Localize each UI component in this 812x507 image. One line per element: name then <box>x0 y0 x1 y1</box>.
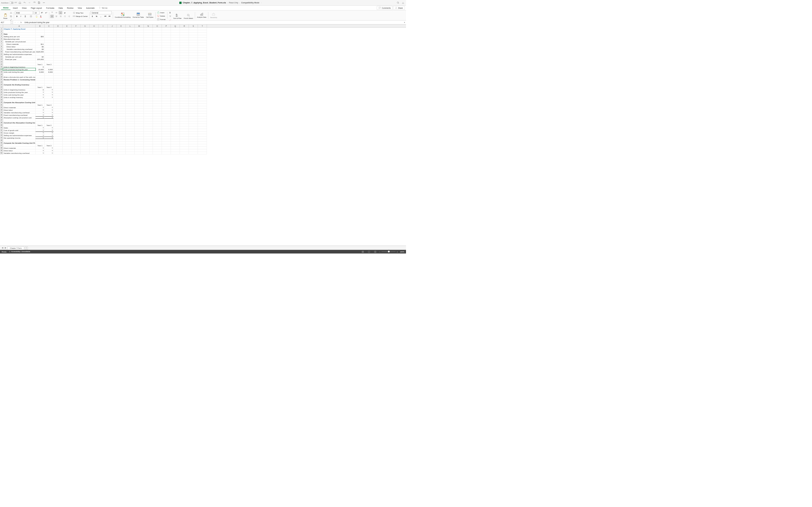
cell-E34[interactable] <box>63 111 71 114</box>
cell-F6[interactable] <box>71 40 81 43</box>
cell-A29[interactable] <box>3 99 36 101</box>
cell-I23[interactable] <box>99 83 108 86</box>
cell-A39[interactable] <box>3 124 36 126</box>
cell-D39[interactable] <box>54 124 63 126</box>
cell-D41[interactable] <box>54 129 63 131</box>
cell-E47[interactable] <box>63 144 71 147</box>
cell-D23[interactable] <box>54 83 63 86</box>
sheet-nav-next[interactable]: ▶ <box>4 247 7 249</box>
cell-N31[interactable] <box>144 104 153 106</box>
cell-R1[interactable] <box>180 27 189 30</box>
cell-T25[interactable] <box>198 89 207 91</box>
cell-F8[interactable] <box>71 45 81 48</box>
cell-D37[interactable] <box>54 119 63 121</box>
cell-C31[interactable]: Year 2 <box>45 104 54 106</box>
cell-M44[interactable] <box>135 136 144 139</box>
cell-G15[interactable] <box>81 63 90 65</box>
fill-color-button[interactable] <box>35 15 38 18</box>
cell-C4[interactable] <box>45 35 54 38</box>
cell-K3[interactable] <box>117 33 126 35</box>
cell-G31[interactable] <box>81 104 90 106</box>
cell-H27[interactable] <box>90 94 99 96</box>
cut-button[interactable] <box>9 11 13 14</box>
cell-O19[interactable] <box>153 73 162 75</box>
cell-N6[interactable] <box>144 40 153 43</box>
cell-D38[interactable] <box>54 121 63 124</box>
cell-L11[interactable] <box>126 53 135 55</box>
cell-I13[interactable] <box>99 58 108 60</box>
cell-P16[interactable] <box>162 66 171 68</box>
cell-I44[interactable] <box>99 136 108 139</box>
cell-E3[interactable] <box>63 33 71 35</box>
cell-E30[interactable] <box>63 101 71 103</box>
cell-J31[interactable] <box>108 104 117 106</box>
cell-B46[interactable] <box>36 142 45 144</box>
cell-T24[interactable] <box>198 86 207 88</box>
cell-I20[interactable] <box>99 76 108 78</box>
cell-O41[interactable] <box>153 129 162 131</box>
cell-F25[interactable] <box>71 89 81 91</box>
cell-J21[interactable] <box>108 78 117 80</box>
align-center-button[interactable] <box>54 15 58 18</box>
cell-L50[interactable] <box>126 152 135 154</box>
cell-G17[interactable] <box>81 68 90 70</box>
cell-O14[interactable] <box>153 61 162 63</box>
cell-M12[interactable] <box>135 55 144 58</box>
cell-C42[interactable]: ? <box>45 131 54 134</box>
italic-button[interactable]: I <box>19 15 23 18</box>
row-header-44[interactable]: 44 <box>0 136 3 139</box>
cell-M31[interactable] <box>135 104 144 106</box>
cell-A24[interactable] <box>3 86 36 88</box>
cell-Q10[interactable] <box>171 50 180 53</box>
cell-P40[interactable] <box>162 126 171 129</box>
cell-J35[interactable] <box>108 114 117 116</box>
cell-O38[interactable] <box>153 121 162 124</box>
cell-J34[interactable] <box>108 111 117 114</box>
cell-R16[interactable] <box>180 66 189 68</box>
cell-M15[interactable] <box>135 63 144 65</box>
increase-font-button[interactable]: A <box>40 11 44 14</box>
cancel-icon[interactable] <box>14 21 16 23</box>
cell-D18[interactable] <box>54 71 63 73</box>
cell-B13[interactable]: $70,000 <box>36 58 45 60</box>
cell-B50[interactable]: ? <box>36 152 45 154</box>
sensitivity-button[interactable]: Sensitivity <box>209 11 218 20</box>
cell-C12[interactable] <box>45 55 54 58</box>
tab-review[interactable]: Review <box>65 6 75 10</box>
cell-J43[interactable] <box>108 134 117 136</box>
cell-T6[interactable] <box>198 40 207 43</box>
cell-L34[interactable] <box>126 111 135 114</box>
cell-Q46[interactable] <box>171 142 180 144</box>
cell-Q12[interactable] <box>171 55 180 58</box>
cell-I12[interactable] <box>99 55 108 58</box>
cell-L24[interactable] <box>126 86 135 88</box>
cell-E11[interactable] <box>63 53 71 55</box>
cell-J6[interactable] <box>108 40 117 43</box>
cell-L47[interactable] <box>126 144 135 147</box>
cell-F47[interactable] <box>71 144 81 147</box>
cell-R41[interactable] <box>180 129 189 131</box>
cell-D44[interactable] <box>54 136 63 139</box>
cell-M48[interactable] <box>135 147 144 149</box>
cell-S47[interactable] <box>189 144 198 147</box>
cell-O21[interactable] <box>153 78 162 80</box>
cell-O4[interactable] <box>153 35 162 38</box>
row-header-23[interactable]: 23 <box>0 83 3 86</box>
col-header-H[interactable]: H <box>90 24 99 27</box>
cell-T7[interactable] <box>198 43 207 45</box>
cell-T14[interactable] <box>198 61 207 63</box>
cell-F35[interactable] <box>71 114 81 116</box>
tab-home[interactable]: Home <box>1 6 10 10</box>
row-header-22[interactable]: 22 <box>0 81 3 83</box>
cell-O3[interactable] <box>153 33 162 35</box>
cell-F11[interactable] <box>71 53 81 55</box>
cell-P10[interactable] <box>162 50 171 53</box>
cell-J15[interactable] <box>108 63 117 65</box>
cell-N40[interactable] <box>144 126 153 129</box>
cell-G36[interactable] <box>81 116 90 119</box>
cell-D22[interactable] <box>54 81 63 83</box>
cell-D33[interactable] <box>54 109 63 111</box>
zoom-slider[interactable]: − + <box>379 251 398 252</box>
cell-O18[interactable] <box>153 71 162 73</box>
cell-L16[interactable] <box>126 66 135 68</box>
